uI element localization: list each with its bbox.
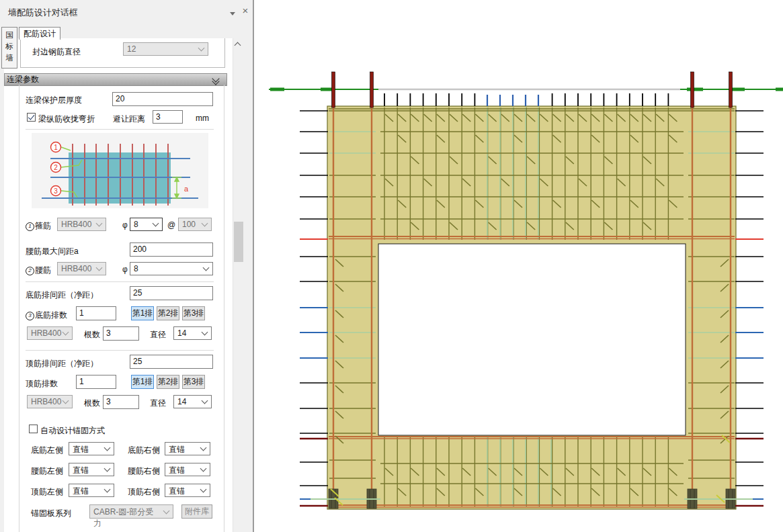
phi-label: φ xyxy=(122,220,128,230)
sidebar-tab-guobiao-wall[interactable]: 国标墙 xyxy=(1,27,17,69)
waist-right-anchor-select[interactable]: 直锚 xyxy=(165,463,210,476)
chevron-down-icon xyxy=(198,45,205,52)
chevron-down-icon xyxy=(203,265,210,271)
top-row-spacing-label: 顶筋排间距（净距） xyxy=(26,358,98,369)
waist-diameter-select[interactable]: 8 xyxy=(130,262,213,275)
auto-anchor-checkbox[interactable] xyxy=(29,425,38,433)
bottom-right-anchor-label: 底筋右侧 xyxy=(128,445,160,456)
waist-label: 2腰筋 xyxy=(26,265,51,276)
anchor-plate-series-label: 锚固板系列 xyxy=(31,508,71,519)
group-right-border xyxy=(224,85,224,532)
svg-text:2: 2 xyxy=(54,164,58,171)
chevron-down-icon xyxy=(96,265,103,271)
avoid-distance-input[interactable]: 3 xyxy=(153,110,183,124)
stirrup-diameter-select[interactable]: 8 xyxy=(130,218,163,231)
top-row1-button[interactable]: 第1排 xyxy=(131,375,154,389)
bottom-left-anchor-label: 底筋左侧 xyxy=(31,445,63,456)
scrollbar-thumb[interactable] xyxy=(234,222,243,262)
diameter-label: 直径 xyxy=(150,329,166,341)
waist-max-spacing-label: 腰筋最大间距a xyxy=(26,246,79,257)
waist-right-anchor-label: 腰筋右侧 xyxy=(128,466,160,477)
cover-thickness-input[interactable]: 20 xyxy=(112,92,213,106)
wall-reinforcement-dialog: 墙配筋设计对话框 × 国标墙 配筋设计 封边钢筋直径 12 连梁参数 连梁保护层… xyxy=(0,0,253,532)
bottom-row-count-input[interactable]: 1 xyxy=(76,306,116,320)
avoid-unit-label: mm xyxy=(196,114,209,123)
stirrup-label: 1箍筋 xyxy=(26,220,51,232)
bottom-row-count-label: 3底筋排数 xyxy=(26,310,67,321)
cover-thickness-label: 连梁保护层厚度 xyxy=(26,95,82,106)
waist-max-spacing-input[interactable]: 200 xyxy=(130,242,213,257)
chevron-down-icon xyxy=(202,329,208,336)
chevron-down-icon xyxy=(200,486,207,493)
cad-drawing-canvas[interactable] xyxy=(254,0,783,532)
top-bar-count-input[interactable]: 3 xyxy=(103,395,139,409)
svg-text:1: 1 xyxy=(54,144,58,151)
bottom-row-spacing-label: 底筋排间距（净距） xyxy=(26,290,98,301)
chevron-down-icon xyxy=(202,220,208,227)
dim-a-label: a xyxy=(184,185,189,193)
chevron-down-icon xyxy=(104,466,111,472)
bend-checkbox-label: 梁纵筋收拢弯折 xyxy=(38,114,95,125)
seal-edge-diameter-select: 12 xyxy=(123,42,208,56)
top-left-anchor-label: 顶筋左侧 xyxy=(31,486,63,498)
avoid-distance-label: 避让距离 xyxy=(113,114,145,125)
chevron-down-icon xyxy=(104,486,111,493)
top-right-anchor-label: 顶筋右侧 xyxy=(128,486,160,498)
chevron-down-icon xyxy=(163,507,170,514)
top-right-anchor-select[interactable]: 直锚 xyxy=(165,484,210,497)
chevron-down-icon xyxy=(202,398,208,404)
tab-reinforcement-design[interactable]: 配筋设计 xyxy=(19,27,60,40)
section-header-lianliang[interactable]: 连梁参数 xyxy=(4,73,227,86)
dialog-titlebar: 墙配筋设计对话框 × xyxy=(0,0,253,24)
bar-count-label: 根数 xyxy=(84,398,100,409)
top-row-spacing-input[interactable]: 25 xyxy=(130,355,213,369)
auto-anchor-label: 自动设计锚固方式 xyxy=(40,425,105,437)
chevron-down-icon xyxy=(63,329,69,336)
svg-text:3: 3 xyxy=(54,187,58,195)
collapse-icon[interactable] xyxy=(227,8,238,19)
bend-checkbox[interactable] xyxy=(27,113,36,122)
anchor-plate-series-select: CABR-圆-部分受力 xyxy=(89,504,173,519)
scrollbar-up-icon[interactable] xyxy=(235,42,241,47)
top-diameter-select[interactable]: 14 xyxy=(173,395,212,408)
top-grade-select: HRB400 xyxy=(27,395,73,408)
bar-count-label: 根数 xyxy=(84,329,100,341)
waist-grade-select: HRB400 xyxy=(57,262,106,275)
chevron-down-icon xyxy=(104,445,111,451)
diameter-label: 直径 xyxy=(150,398,166,409)
collapse-section-icon xyxy=(213,76,220,83)
chevron-down-icon xyxy=(200,445,207,451)
separator xyxy=(26,281,214,282)
bottom-diameter-select[interactable]: 14 xyxy=(173,326,212,340)
stirrup-grade-select: HRB400 xyxy=(57,218,106,231)
bottom-row1-button[interactable]: 第1排 xyxy=(131,306,154,320)
chevron-down-icon xyxy=(153,220,159,227)
bottom-grade-select: HRB400 xyxy=(27,326,73,340)
bottom-left-anchor-select[interactable]: 直锚 xyxy=(69,442,114,455)
bottom-row2-button[interactable]: 第2排 xyxy=(157,306,179,320)
bottom-row3-button[interactable]: 第3排 xyxy=(182,306,205,320)
wall-elevation-drawing xyxy=(254,0,783,532)
top-row3-button[interactable]: 第3排 xyxy=(182,375,205,389)
stirrup-spacing-select: 100 xyxy=(178,218,212,231)
attachment-library-button: 附件库 xyxy=(181,504,212,519)
seal-edge-diameter-label: 封边钢筋直径 xyxy=(32,46,81,58)
waist-left-anchor-label: 腰筋左侧 xyxy=(31,466,63,477)
top-row-count-label: 顶筋排数 xyxy=(26,378,58,390)
group-left-border xyxy=(19,85,19,532)
scrollbar-track[interactable] xyxy=(233,38,245,532)
dialog-title: 墙配筋设计对话框 xyxy=(8,7,78,19)
top-row2-button[interactable]: 第2排 xyxy=(157,375,179,389)
top-left-anchor-select[interactable]: 直锚 xyxy=(69,484,114,497)
waist-left-anchor-select[interactable]: 直锚 xyxy=(69,463,114,476)
chevron-down-icon xyxy=(63,398,69,404)
bottom-bar-count-input[interactable]: 3 xyxy=(103,326,139,341)
close-icon[interactable]: × xyxy=(240,6,251,17)
chevron-down-icon xyxy=(96,220,103,227)
top-row-count-input[interactable]: 1 xyxy=(76,375,116,389)
lintel-schematic: 1 2 3 a xyxy=(32,133,208,208)
bottom-row-spacing-input[interactable]: 25 xyxy=(130,286,213,300)
bottom-right-anchor-select[interactable]: 直锚 xyxy=(165,442,210,455)
chevron-down-icon xyxy=(200,466,207,472)
separator xyxy=(26,129,214,130)
